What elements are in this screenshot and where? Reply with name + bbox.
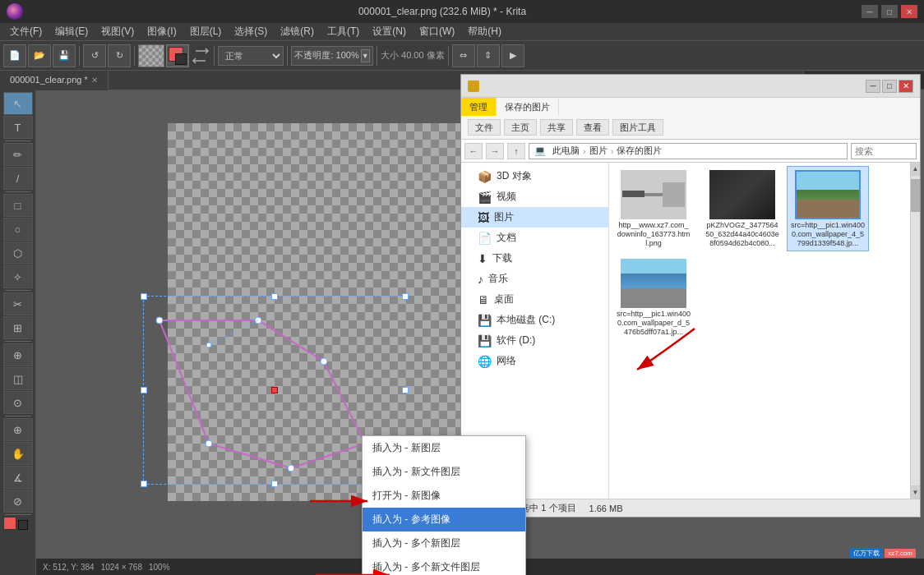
tool-fill[interactable]: ⊕ [3, 343, 33, 366]
redo-button[interactable]: ↻ [108, 44, 131, 67]
canvas-size: 1024 × 768 [101, 563, 142, 572]
fb-back-button[interactable]: ← [464, 143, 483, 159]
tool-zoom[interactable]: ⊕ [3, 418, 33, 441]
opacity-control[interactable]: 不透明度: 100% ▼ [291, 46, 373, 66]
menu-layer[interactable]: 图层(L) [183, 23, 229, 40]
menu-settings[interactable]: 设置(N) [366, 23, 413, 40]
tool-select[interactable]: ↖ [3, 92, 33, 115]
fb-forward-button[interactable]: → [486, 143, 504, 159]
fb-minimize-button[interactable]: ─ [866, 80, 880, 93]
tool-transform[interactable]: ⊞ [3, 316, 33, 339]
tool-colorpick[interactable]: ⊙ [3, 391, 33, 414]
fb-sidebar-music[interactable]: ♪ 音乐 [461, 269, 608, 289]
mirror-h-button[interactable]: ⇔ [452, 44, 475, 67]
fb-path-part-2[interactable]: 保存的图片 [617, 145, 662, 157]
tool-text[interactable]: T [3, 116, 33, 139]
save-button[interactable]: 💾 [53, 44, 76, 67]
tool-line[interactable]: / [3, 167, 33, 190]
tool-pan[interactable]: ✋ [3, 442, 33, 465]
menu-filter[interactable]: 滤镜(R) [274, 23, 321, 40]
menu-help[interactable]: 帮助(H) [461, 23, 508, 40]
active-tab[interactable]: 000001_clear.png * ✕ [0, 71, 109, 90]
menu-tool[interactable]: 工具(T) [321, 23, 366, 40]
tool-poly[interactable]: ⬡ [3, 242, 33, 264]
watermark: 亿万下载 xz7.com [850, 548, 916, 559]
tool-smart-patch[interactable]: ⊘ [3, 490, 33, 513]
fb-path-part-1[interactable]: 图片 [589, 145, 608, 157]
fb-sidebar-icon-network: 🌐 [478, 355, 492, 368]
menu-file[interactable]: 文件(F) [3, 23, 49, 40]
toolbox-separator-6 [5, 514, 31, 515]
menu-edit[interactable]: 编辑(E) [49, 23, 95, 40]
open-button[interactable]: 📂 [28, 44, 51, 67]
fb-scrollbar[interactable]: ▲ ▼ [910, 163, 920, 499]
fb-address-path[interactable]: 💻 此电脑 › 图片 › 保存的图片 [529, 143, 848, 159]
new-button[interactable]: 📄 [3, 44, 26, 67]
fb-ribbon-file[interactable]: 文件 [468, 119, 501, 136]
file-item-0[interactable]: http__www.xz7.com_downinfo_163773.html.p… [612, 166, 695, 251]
color-picker[interactable] [166, 44, 189, 67]
tool-path[interactable]: ⟡ [3, 265, 33, 288]
fb-ribbon-view[interactable]: 查看 [576, 119, 609, 136]
fb-scroll-thumb[interactable] [911, 179, 920, 212]
undo-button[interactable]: ↺ [83, 44, 106, 67]
fb-title-controls[interactable]: ─ □ ✕ [866, 80, 913, 93]
tool-rect[interactable]: □ [3, 194, 33, 217]
context-item-1[interactable]: 插入为 - 新文件图层 [363, 460, 525, 484]
context-item-3[interactable]: 插入为 - 参考图像 [363, 508, 525, 531]
minimize-button[interactable]: ─ [862, 5, 878, 18]
fb-path-computer: 💻 [534, 145, 546, 156]
file-item-2[interactable]: src=http__pic1.win4000.com_wallpaper_4_5… [787, 166, 869, 251]
tab-close-button[interactable]: ✕ [91, 76, 98, 85]
fb-search-input[interactable] [851, 143, 917, 159]
tool-contiguous[interactable]: ∡ [3, 466, 33, 489]
context-item-2[interactable]: 打开为 - 新图像 [363, 484, 525, 508]
fb-maximize-button[interactable]: □ [882, 80, 897, 93]
menu-view[interactable]: 视图(V) [95, 23, 141, 40]
fb-sidebar-desktop[interactable]: 🖥 桌面 [461, 289, 608, 310]
menu-image[interactable]: 图像(I) [141, 23, 182, 40]
fb-ribbon-home[interactable]: 主页 [504, 119, 537, 136]
fb-ribbon-share[interactable]: 共享 [540, 119, 573, 136]
fb-up-button[interactable]: ↑ [507, 143, 525, 159]
tool-gradient[interactable]: ◫ [3, 367, 33, 390]
fb-ribbon-picture-tools[interactable]: 图片工具 [612, 119, 663, 136]
fb-files-area[interactable]: http__www.xz7.com_downinfo_163773.html.p… [609, 163, 920, 499]
fb-tab-manage[interactable]: 管理 [461, 98, 497, 116]
tool-crop[interactable]: ✂ [3, 292, 33, 315]
fb-sidebar-network[interactable]: 🌐 网络 [461, 351, 608, 371]
fb-sidebar-drive-d[interactable]: 💾 软件 (D:) [461, 330, 608, 351]
title-bar-text: 000001_clear.png (232.6 MiB) * - Krita [23, 6, 862, 17]
blend-mode-select[interactable]: 正常 [218, 46, 284, 66]
fb-sidebar-icon-desktop: 🖥 [478, 293, 489, 306]
fb-sidebar-drive-c[interactable]: 💾 本地磁盘 (C:) [461, 310, 608, 330]
menu-window[interactable]: 窗口(W) [413, 23, 461, 40]
fb-sidebar-icon-music: ♪ [478, 273, 483, 286]
fb-sidebar-video[interactable]: 🎬 视频 [461, 186, 608, 207]
maximize-button[interactable]: □ [881, 5, 898, 18]
fb-scroll-up-button[interactable]: ▲ [911, 163, 920, 176]
zoom-level: 100% [149, 563, 170, 572]
close-button[interactable]: ✕ [901, 5, 917, 18]
window-controls[interactable]: ─ □ ✕ [862, 5, 917, 18]
toolbar: 📄 📂 💾 ↺ ↻ 正常 不透明度: 100% ▼ 大小 40.00 像素 ⇔ … [0, 41, 924, 71]
fb-scroll-down-button[interactable]: ▼ [911, 485, 920, 499]
fb-sidebar-pictures[interactable]: 🖼 图片 [461, 207, 608, 228]
title-bar: 000001_clear.png (232.6 MiB) * - Krita ─… [0, 0, 924, 23]
file-item-1[interactable]: pKZhVOGZ_347756450_632d44a40c4603e8f0594… [701, 166, 783, 251]
tool-freehand[interactable]: ✏ [3, 143, 33, 166]
fb-close-button[interactable]: ✕ [899, 80, 913, 93]
fb-sidebar-downloads[interactable]: ⬇ 下载 [461, 248, 608, 269]
fb-sidebar-3d[interactable]: 📦 3D 对象 [461, 166, 608, 186]
fb-path-part-0[interactable]: 此电脑 [552, 145, 580, 157]
tool-ellipse[interactable]: ○ [3, 218, 33, 241]
file-item-3[interactable]: src=http__pic1.win4000.com_wallpaper_d_5… [612, 255, 695, 340]
next-button[interactable]: ▶ [501, 44, 524, 67]
thumbnail-3 [621, 259, 686, 308]
fb-tab-saved[interactable]: 保存的图片 [497, 98, 559, 116]
context-item-0[interactable]: 插入为 - 新图层 [363, 436, 525, 460]
fb-sidebar-docs[interactable]: 📄 文档 [461, 228, 608, 248]
mirror-v-button[interactable]: ⇕ [477, 44, 500, 67]
opacity-arrow[interactable]: ▼ [361, 49, 370, 62]
menu-select[interactable]: 选择(S) [228, 23, 274, 40]
